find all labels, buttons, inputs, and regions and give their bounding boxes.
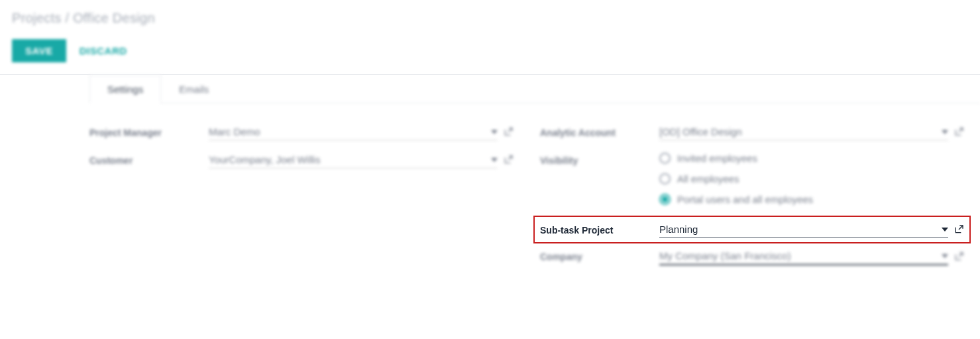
visibility-option-label: All employees [677,173,739,184]
company-label: Company [540,247,659,262]
chevron-down-icon[interactable] [942,130,948,134]
discard-button[interactable]: DISCARD [80,45,127,56]
chevron-down-icon[interactable] [491,158,498,162]
radio-icon [659,173,671,184]
analytic-account-value: [OD] Office Design [659,126,942,137]
project-manager-label: Project Manager [89,123,209,138]
breadcrumb-root[interactable]: Projects [12,11,62,26]
analytic-account-field[interactable]: [OD] Office Design [659,123,948,141]
chevron-down-icon[interactable] [942,254,948,258]
subtask-project-field[interactable]: Planning [659,221,948,238]
company-field[interactable]: My Company (San Francisco) [659,247,948,265]
visibility-option-all[interactable]: All employees [659,173,813,184]
customer-field[interactable]: YourCompany, Joel Willis [209,151,498,169]
subtask-project-label: Sub-task Project [540,221,659,236]
project-manager-value: Marc Demo [209,126,491,137]
radio-icon [659,194,671,205]
external-link-icon[interactable] [503,155,514,165]
external-link-icon[interactable] [953,224,964,235]
external-link-icon[interactable] [953,251,964,262]
visibility-radio-group: Invited employees All employees Portal u… [659,151,813,205]
company-value: My Company (San Francisco) [659,250,942,261]
save-button[interactable]: SAVE [12,39,66,62]
customer-value: YourCompany, Joel Willis [209,154,491,165]
breadcrumb: Projects / Office Design [12,11,968,26]
subtask-project-value: Planning [659,224,942,235]
external-link-icon[interactable] [953,127,964,137]
external-link-icon[interactable] [503,127,514,137]
tab-emails[interactable]: Emails [161,75,227,103]
analytic-account-label: Analytic Account [540,123,659,138]
subtask-project-highlight: Sub-task Project Planning [533,216,971,243]
breadcrumb-current: Office Design [73,11,155,26]
chevron-down-icon[interactable] [942,228,948,232]
visibility-option-invited[interactable]: Invited employees [659,153,813,164]
breadcrumb-separator: / [66,11,70,26]
visibility-label: Visibility [540,151,659,166]
visibility-option-label: Invited employees [677,153,757,164]
visibility-option-label: Portal users and all employees [677,194,813,205]
customer-label: Customer [89,151,209,166]
visibility-option-portal[interactable]: Portal users and all employees [659,194,813,205]
project-manager-field[interactable]: Marc Demo [209,123,498,141]
radio-icon [659,153,671,164]
chevron-down-icon[interactable] [491,130,498,134]
tab-settings[interactable]: Settings [89,75,161,103]
